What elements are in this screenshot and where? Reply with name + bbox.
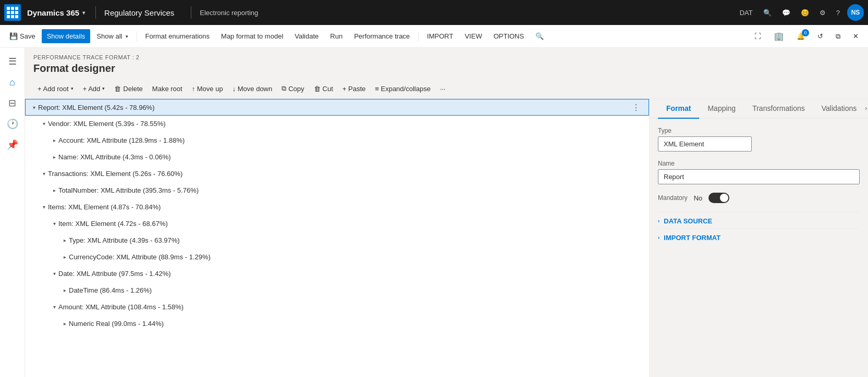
notification-button[interactable]: 🔔 0 (791, 28, 810, 44)
move-up-button[interactable]: ↑ Move up (188, 82, 227, 95)
home-icon[interactable]: ⌂ (3, 73, 22, 92)
save-label: Save (20, 32, 35, 40)
options-button[interactable]: OPTIONS (488, 29, 530, 43)
mandatory-label: Mandatory (658, 194, 688, 202)
copy-button[interactable]: ⧉ Copy (277, 82, 308, 95)
tab-format[interactable]: Format (658, 99, 699, 119)
pinned-icon[interactable]: 📌 (3, 135, 22, 154)
import-format-section[interactable]: › IMPORT FORMAT (658, 228, 860, 245)
tree-row[interactable]: ▾Amount: XML Attribute (108.4ms - 1.58%) (25, 299, 649, 316)
tree-row[interactable]: ▸TotalNumber: XML Attribute (395.3ms - 5… (25, 182, 649, 199)
row-text: Report: XML Element (5.42s - 78.96%) (38, 104, 155, 111)
filter-icon[interactable]: ⊟ (3, 94, 22, 112)
cut-label: Cut (323, 85, 333, 93)
tree-row[interactable]: ▾Transactions: XML Element (5.26s - 76.6… (25, 166, 649, 182)
add-root-button[interactable]: + Add root ▾ (33, 82, 78, 95)
expand-icon[interactable]: ▾ (40, 203, 48, 211)
format-enumerations-label: Format enumerations (145, 32, 210, 40)
tab-transformations[interactable]: Transformations (744, 99, 813, 119)
face-icon[interactable]: 😊 (798, 7, 812, 19)
search-cmd-icon: 🔍 (535, 32, 544, 40)
apps-button[interactable] (4, 4, 21, 21)
expand-icon[interactable]: ▾ (50, 270, 58, 278)
delete-icon: 🗑 (114, 85, 121, 93)
validate-button[interactable]: Validate (289, 29, 324, 43)
expand-icon[interactable]: ▾ (50, 220, 58, 228)
show-all-label: Show all (96, 32, 122, 40)
tree-row[interactable]: ▸DateTime (86.4ms - 1.26%) (25, 282, 649, 299)
refresh-button[interactable]: ↺ (812, 28, 828, 44)
tree-row[interactable]: ▾Item: XML Element (4.72s - 68.67%) (25, 216, 649, 232)
tree-row[interactable]: ▸CurrencyCode: XML Attribute (88.9ms - 1… (25, 249, 649, 266)
run-button[interactable]: Run (325, 29, 348, 43)
data-source-section[interactable]: › DATA SOURCE (658, 211, 860, 228)
brand-name[interactable]: Dynamics 365 ▾ (27, 8, 85, 17)
recent-icon[interactable]: 🕐 (3, 115, 22, 133)
tree-row[interactable]: ▾Report: XML Element (5.42s - 78.96%)⋮ (25, 99, 649, 116)
expand-icon[interactable]: ▸ (60, 236, 69, 245)
expand-icon[interactable]: ▾ (40, 120, 48, 128)
expand-icon[interactable]: ▸ (60, 286, 69, 295)
map-format-button[interactable]: Map format to model (216, 29, 288, 43)
chat-icon[interactable]: 💬 (779, 7, 793, 19)
tab-validations[interactable]: Validations (813, 99, 865, 119)
tree-row[interactable]: ▾Date: XML Attribute (97.5ms - 1.42%) (25, 266, 649, 282)
move-down-button[interactable]: ↓ Move down (228, 82, 277, 95)
settings-icon[interactable]: ⚙ (816, 7, 829, 19)
show-details-button[interactable]: Show details (42, 29, 91, 43)
avatar[interactable]: NS (847, 4, 864, 21)
show-all-chevron-icon: ▾ (126, 34, 128, 39)
tree-row[interactable]: ▾Vendor: XML Element (5.39s - 78.55%) (25, 116, 649, 132)
office-button[interactable]: 🏢 (768, 28, 789, 44)
import-button[interactable]: IMPORT (422, 29, 458, 43)
tree-panel: ▾Report: XML Element (5.42s - 78.96%)⋮▾V… (25, 99, 649, 377)
pin-button[interactable]: ⛶ (749, 28, 766, 44)
row-text: TotalNumber: XML Attribute (395.3ms - 5.… (58, 186, 199, 194)
show-all-button[interactable]: Show all ▾ (91, 29, 133, 43)
right-panel: Format Mapping Transformations Validatio… (649, 99, 868, 377)
add-chevron-icon: ▾ (102, 86, 105, 91)
tree-row[interactable]: ▾Items: XML Element (4.87s - 70.84%) (25, 199, 649, 216)
brand-chevron-icon: ▾ (82, 10, 85, 16)
add-root-label: + Add root (38, 85, 69, 93)
expand-icon[interactable]: ▸ (50, 153, 58, 161)
search-icon[interactable]: 🔍 (760, 7, 775, 19)
expand-icon[interactable]: ▸ (50, 136, 58, 145)
paste-button[interactable]: + Paste (338, 82, 370, 95)
hamburger-menu-icon[interactable]: ☰ (3, 52, 22, 71)
performance-trace-button[interactable]: Performance trace (349, 29, 415, 43)
expand-icon[interactable]: ▸ (60, 320, 69, 328)
name-input[interactable] (658, 169, 860, 184)
open-new-button[interactable]: ⧉ (830, 28, 846, 44)
expand-icon[interactable]: ▸ (50, 186, 58, 195)
search-cmd-button[interactable]: 🔍 (530, 29, 549, 43)
cut-button[interactable]: 🗑 Cut (310, 82, 337, 95)
tree-row[interactable]: ▸Name: XML Attribute (4.3ms - 0.06%) (25, 149, 649, 166)
mandatory-toggle[interactable] (708, 193, 729, 203)
tree-row[interactable]: ▸Numeric Real (99.0ms - 1.44%) (25, 316, 649, 332)
main-content: PERFORMANCE TRACE FORMAT : 2 Format desi… (25, 48, 868, 377)
add-button[interactable]: + Add ▾ (79, 82, 109, 95)
right-tabs-chevron-icon[interactable]: › (865, 99, 867, 117)
close-button[interactable]: ✕ (848, 28, 864, 44)
save-button[interactable]: 💾 Save (4, 29, 41, 43)
help-icon[interactable]: ? (833, 7, 843, 19)
expand-icon[interactable]: ▾ (30, 103, 38, 111)
run-label: Run (330, 32, 343, 40)
row-text: Numeric Real (99.0ms - 1.44%) (69, 320, 164, 328)
expand-icon[interactable]: ▾ (50, 303, 58, 311)
type-label: Type (658, 127, 860, 134)
expand-collapse-button[interactable]: ≡ Expand/collapse (371, 82, 435, 95)
view-button[interactable]: VIEW (459, 29, 487, 43)
expand-icon[interactable]: ▾ (40, 170, 48, 178)
more-button[interactable]: ··· (436, 82, 450, 95)
make-root-button[interactable]: Make root (148, 82, 187, 95)
row-more-icon[interactable]: ⋮ (628, 103, 644, 112)
options-label: OPTIONS (494, 32, 524, 40)
tree-row[interactable]: ▸Account: XML Attribute (128.9ms - 1.88%… (25, 132, 649, 149)
expand-icon[interactable]: ▸ (60, 253, 69, 261)
tab-mapping[interactable]: Mapping (699, 99, 744, 119)
delete-button[interactable]: 🗑 Delete (110, 82, 147, 95)
format-enumerations-button[interactable]: Format enumerations (140, 29, 215, 43)
tree-row[interactable]: ▸Type: XML Attribute (4.39s - 63.97%) (25, 232, 649, 249)
